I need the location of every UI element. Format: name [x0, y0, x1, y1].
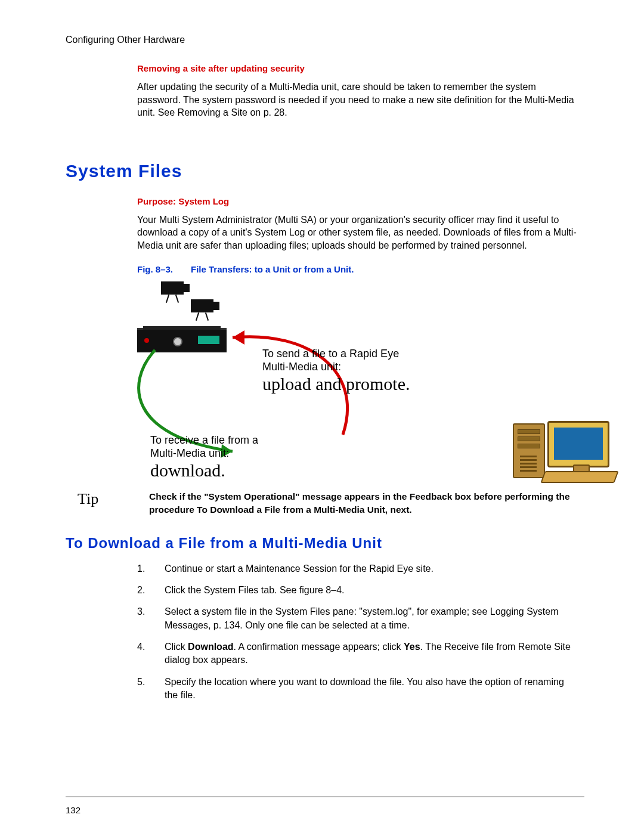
- upload-big-text: upload and promote.: [262, 374, 417, 394]
- svg-marker-0: [233, 330, 244, 345]
- tip-text: Check if the "System Operational" messag…: [149, 490, 584, 517]
- body-purpose: Your Multi System Administrator (Multi S…: [137, 213, 578, 252]
- step-item: 4.Click Download. A confirmation message…: [137, 640, 578, 667]
- heading-system-files: System Files: [66, 161, 584, 181]
- download-big-text: download.: [150, 460, 270, 481]
- step-item: 5.Specify the location where you want to…: [137, 676, 578, 702]
- subhead-purpose: Purpose: System Log: [137, 196, 578, 206]
- running-header: Configuring Other Hardware: [66, 35, 584, 45]
- figure-number: Fig. 8–3.: [137, 264, 173, 274]
- figure-title: File Transfers: to a Unit or from a Unit…: [191, 264, 354, 274]
- step-item: 1.Continue or start a Maintenance Sessio…: [137, 562, 578, 575]
- download-label: To receive a file from a Multi-Media uni…: [150, 433, 270, 481]
- tip-block: Tip Check if the "System Operational" me…: [66, 490, 584, 517]
- heading-download-file: To Download a File from a Multi-Media Un…: [66, 535, 584, 552]
- figure-illustration: To send a file to a Rapid Eye Multi-Medi…: [137, 281, 578, 484]
- step-text: Select a system file in the System Files…: [165, 605, 578, 632]
- body-removing-site: After updating the security of a Multi-M…: [137, 80, 578, 119]
- step-text: Click the System Files tab. See figure 8…: [165, 584, 344, 597]
- tip-label: Tip: [66, 490, 149, 517]
- subhead-removing-site: Removing a site after updating security: [137, 63, 578, 73]
- step-item: 2.Click the System Files tab. See figure…: [137, 584, 578, 597]
- step-text: Click Download. A confirmation message a…: [165, 640, 578, 667]
- footer-rule: [66, 797, 584, 797]
- steps-list: 1.Continue or start a Maintenance Sessio…: [137, 562, 578, 702]
- page-number: 132: [66, 805, 80, 815]
- download-small-text: To receive a file from a Multi-Media uni…: [150, 433, 270, 460]
- step-item: 3.Select a system file in the System Fil…: [137, 605, 578, 632]
- camera-icon: [191, 299, 213, 312]
- step-text: Continue or start a Maintenance Session …: [165, 562, 434, 575]
- step-text: Specify the location where you want to d…: [165, 676, 578, 702]
- upload-label: To send a file to a Rapid Eye Multi-Medi…: [262, 347, 417, 394]
- upload-small-text: To send a file to a Rapid Eye Multi-Medi…: [262, 347, 417, 374]
- figure-caption: Fig. 8–3.File Transfers: to a Unit or fr…: [137, 264, 578, 274]
- camera-icon: [161, 281, 184, 295]
